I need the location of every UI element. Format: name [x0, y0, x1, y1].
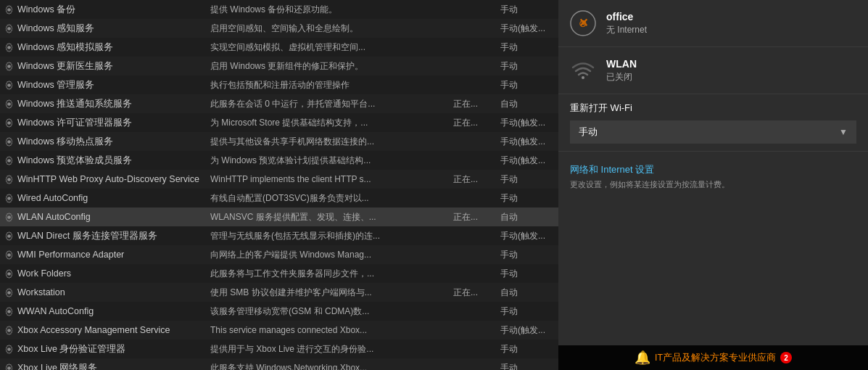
service-name-text: Windows 管理服务 [17, 79, 94, 91]
wifi-network-name: WLAN [606, 58, 637, 70]
service-name-text: Windows 推送通知系统服务 [17, 98, 132, 110]
service-desc-cell: 实现空间感知模拟、虚拟机管理和空间... [207, 38, 450, 57]
table-row[interactable]: WLAN AutoConfigWLANSVC 服务提供配置、发现、连接、...正… [0, 207, 558, 226]
service-name-cell: Workstation [0, 283, 207, 302]
service-starttype-cell: 手动 [497, 0, 558, 19]
office-network-item[interactable]: ✕ ⊗ office 无 Internet [558, 0, 868, 47]
table-row[interactable]: Xbox Accessory Management ServiceThis se… [0, 321, 558, 340]
gear-icon [4, 23, 15, 34]
gear-icon [4, 136, 15, 147]
service-status-cell [450, 321, 497, 340]
table-row[interactable]: Xbox Live 身份验证管理器提供用于与 Xbox Live 进行交互的身份… [0, 340, 558, 358]
table-row[interactable]: Windows 备份提供 Windows 备份和还原功能。手动 [0, 0, 558, 19]
service-desc-cell: 为 Microsoft Store 提供基础结构支持，... [207, 113, 450, 132]
svg-point-11 [7, 215, 11, 219]
banner-icon: 🔔 [635, 350, 650, 366]
service-starttype-cell: 自动 [497, 283, 558, 302]
svg-point-0 [7, 8, 11, 12]
service-desc-cell: 有线自动配置(DOT3SVC)服务负责对以... [207, 189, 450, 207]
service-name-cell: Windows 管理服务 [0, 75, 207, 94]
service-status-cell [450, 75, 497, 94]
table-row[interactable]: Xbox Live 网络服务此服务支持 Windows.Networking.X… [0, 358, 558, 370]
service-status-cell [450, 340, 497, 358]
service-desc-cell: WLANSVC 服务提供配置、发现、连接、... [207, 207, 450, 226]
service-starttype-cell: 自动 [497, 94, 558, 113]
service-starttype-cell: 手动 [497, 358, 558, 370]
service-name-text: Work Folders [17, 268, 71, 279]
office-network-name: office [606, 11, 647, 22]
service-name-text: Windows 许可证管理器服务 [17, 117, 132, 129]
service-desc-cell: 为 Windows 预览体验计划提供基础结构... [207, 151, 450, 170]
svg-point-17 [7, 329, 11, 332]
service-desc-cell: 此服务支持 Windows.Networking.Xbox... [207, 358, 450, 370]
service-status-cell [450, 264, 497, 283]
table-row[interactable]: Windows 感知服务启用空间感知、空间输入和全息绘制。手动(触发... [0, 19, 558, 38]
table-row[interactable]: WMI Performance Adapter向网络上的客户端提供 Window… [0, 245, 558, 264]
gear-icon [4, 42, 15, 53]
table-row[interactable]: Windows 移动热点服务提供与其他设备共享手机网络数据连接的...手动(触发… [0, 132, 558, 151]
service-name-cell: Xbox Live 身份验证管理器 [0, 340, 207, 358]
wifi-dropdown[interactable]: 手动 ▼ [570, 120, 856, 144]
service-desc-cell: 该服务管理移动宽带(GSM 和 CDMA)数... [207, 302, 450, 321]
svg-point-23 [582, 76, 584, 79]
network-settings-desc: 更改设置，例如将某连接设置为按流量计费。 [570, 179, 856, 190]
svg-point-15 [7, 291, 11, 295]
table-row[interactable]: Wired AutoConfig有线自动配置(DOT3SVC)服务负责对以...… [0, 189, 558, 207]
service-name-cell: Windows 备份 [0, 0, 207, 19]
service-starttype-cell: 手动 [497, 57, 558, 75]
service-status-cell [450, 245, 497, 264]
network-settings-title[interactable]: 网络和 Internet 设置 [570, 163, 856, 176]
service-status-cell [450, 19, 497, 38]
wifi-reopen-section: 重新打开 Wi-Fi 手动 ▼ [558, 94, 868, 152]
svg-point-9 [7, 178, 11, 181]
service-name-cell: WMI Performance Adapter [0, 245, 207, 264]
svg-text:⊗: ⊗ [579, 17, 587, 29]
services-table: Windows 备份提供 Windows 备份和还原功能。手动 Windows … [0, 0, 558, 370]
service-status-cell: 正在... [450, 207, 497, 226]
service-name-cell: WWAN AutoConfig [0, 302, 207, 321]
service-desc-cell: 提供与其他设备共享手机网络数据连接的... [207, 132, 450, 151]
service-desc-cell: 此服务将与工作文件夹服务器同步文件，... [207, 264, 450, 283]
service-starttype-cell: 手动 [497, 245, 558, 264]
table-row[interactable]: Windows 推送通知系统服务此服务在会话 0 中运行，并托管通知平台...正… [0, 94, 558, 113]
service-name-text: WMI Performance Adapter [17, 250, 124, 260]
svg-point-1 [7, 27, 11, 30]
gear-icon [4, 4, 15, 15]
svg-point-8 [7, 159, 11, 163]
table-row[interactable]: Work Folders此服务将与工作文件夹服务器同步文件，...手动 [0, 264, 558, 283]
wifi-network-status: 已关闭 [606, 71, 637, 83]
service-starttype-cell: 手动(触发... [497, 19, 558, 38]
service-desc-cell: 管理与无线服务(包括无线显示和插接)的连... [207, 226, 450, 245]
gear-icon [4, 155, 15, 166]
service-starttype-cell: 手动 [497, 170, 558, 189]
service-starttype-cell: 手动 [497, 38, 558, 57]
service-starttype-cell: 手动 [497, 302, 558, 321]
table-row[interactable]: Windows 许可证管理器服务为 Microsoft Store 提供基础结构… [0, 113, 558, 132]
table-row[interactable]: Workstation使用 SMB 协议创建并维护客户端网络与...正在...自… [0, 283, 558, 302]
table-row[interactable]: Windows 预览体验成员服务为 Windows 预览体验计划提供基础结构..… [0, 151, 558, 170]
svg-point-3 [7, 65, 11, 68]
svg-point-14 [7, 272, 11, 276]
table-row[interactable]: WWAN AutoConfig该服务管理移动宽带(GSM 和 CDMA)数...… [0, 302, 558, 321]
service-name-text: Workstation [17, 287, 65, 297]
table-row[interactable]: Windows 管理服务执行包括预配和注册活动的管理操作手动 [0, 75, 558, 94]
table-row[interactable]: WLAN Direct 服务连接管理器服务管理与无线服务(包括无线显示和插接)的… [0, 226, 558, 245]
service-name-text: Windows 感知模拟服务 [17, 41, 113, 54]
office-network-status: 无 Internet [606, 24, 647, 36]
service-status-cell: 正在... [450, 113, 497, 132]
table-row[interactable]: Windows 更新医生服务启用 Windows 更新组件的修正和保护。手动 [0, 57, 558, 75]
service-status-cell [450, 57, 497, 75]
table-row[interactable]: Windows 感知模拟服务实现空间感知模拟、虚拟机管理和空间...手动 [0, 38, 558, 57]
gear-icon [4, 193, 15, 204]
service-starttype-cell: 手动(触发... [497, 151, 558, 170]
banner-badge: 2 [780, 352, 792, 363]
svg-point-4 [7, 83, 11, 87]
service-desc-cell: 启用空间感知、空间输入和全息绘制。 [207, 19, 450, 38]
service-name-text: Windows 更新医生服务 [17, 60, 113, 73]
service-name-cell: WLAN Direct 服务连接管理器服务 [0, 226, 207, 245]
service-status-cell [450, 132, 497, 151]
table-row[interactable]: WinHTTP Web Proxy Auto-Discovery Service… [0, 170, 558, 189]
gear-icon [4, 174, 15, 185]
wifi-network-item[interactable]: WLAN 已关闭 [558, 47, 868, 94]
svg-point-7 [7, 140, 11, 144]
